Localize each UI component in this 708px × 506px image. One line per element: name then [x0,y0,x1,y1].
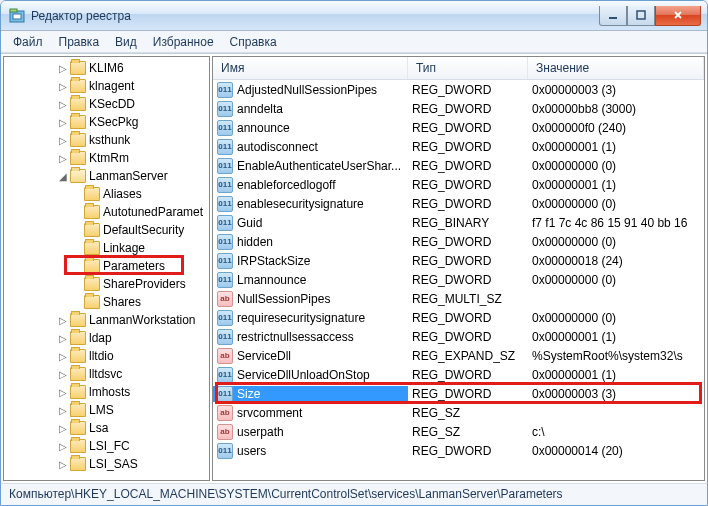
menu-favorites[interactable]: Избранное [145,33,222,51]
tree-pane[interactable]: ▷KLIM6▷klnagent▷KSecDD▷KSecPkg▷ksthunk▷K… [3,56,210,481]
tree-item[interactable]: ▷KLIM6 [4,59,209,77]
value-row[interactable]: abuserpathREG_SZc:\ [213,422,704,441]
expander-icon[interactable]: ▷ [56,153,70,164]
value-row[interactable]: 011SizeREG_DWORD0x00000003 (3) [213,384,704,403]
tree-item[interactable]: ▷KSecPkg [4,113,209,131]
menu-file[interactable]: Файл [5,33,51,51]
expander-icon[interactable]: ▷ [56,99,70,110]
expander-icon[interactable]: ▷ [56,63,70,74]
expander-icon[interactable]: ▷ [56,405,70,416]
col-header-name[interactable]: Имя [213,57,408,79]
value-row[interactable]: 011announceREG_DWORD0x000000f0 (240) [213,118,704,137]
folder-icon [70,169,86,183]
value-row[interactable]: 011EnableAuthenticateUserShar...REG_DWOR… [213,156,704,175]
expander-icon[interactable]: ▷ [56,387,70,398]
expander-icon[interactable]: ▷ [56,315,70,326]
tree-label: lltdio [89,349,114,363]
binary-value-icon: 011 [217,253,233,269]
folder-icon [70,133,86,147]
tree-item[interactable]: ◢LanmanServer [4,167,209,185]
value-name: ServiceDll [237,349,291,363]
value-data: 0x00000001 (1) [528,178,704,192]
expander-icon[interactable]: ▷ [56,333,70,344]
tree-item[interactable]: ▷LanmanWorkstation [4,311,209,329]
window-buttons [599,6,701,26]
value-type: REG_DWORD [408,273,528,287]
svg-rect-3 [609,17,617,19]
tree-label: LanmanServer [89,169,168,183]
tree-item[interactable]: ▷klnagent [4,77,209,95]
tree-label: Parameters [103,259,165,273]
tree-item[interactable]: ▷KtmRm [4,149,209,167]
tree-item[interactable]: ▷LSI_FC [4,437,209,455]
expander-icon[interactable]: ▷ [56,423,70,434]
tree-label: ShareProviders [103,277,186,291]
value-row[interactable]: 011anndeltaREG_DWORD0x00000bb8 (3000) [213,99,704,118]
folder-icon [84,223,100,237]
value-row[interactable]: 011AdjustedNullSessionPipesREG_DWORD0x00… [213,80,704,99]
value-row[interactable]: 011hiddenREG_DWORD0x00000000 (0) [213,232,704,251]
tree-label: KSecPkg [89,115,138,129]
folder-icon [70,115,86,129]
value-row[interactable]: 011requiresecuritysignatureREG_DWORD0x00… [213,308,704,327]
value-name: NullSessionPipes [237,292,330,306]
value-row[interactable]: 011restrictnullsessaccessREG_DWORD0x0000… [213,327,704,346]
minimize-button[interactable] [599,6,627,26]
folder-icon [70,331,86,345]
col-header-type[interactable]: Тип [408,57,528,79]
tree-item[interactable]: DefaultSecurity [4,221,209,239]
tree-item[interactable]: Aliases [4,185,209,203]
tree-item[interactable]: ▷LMS [4,401,209,419]
expander-icon[interactable]: ◢ [56,171,70,182]
value-name: AdjustedNullSessionPipes [237,83,377,97]
string-value-icon: ab [217,405,233,421]
expander-icon[interactable]: ▷ [56,459,70,470]
expander-icon[interactable]: ▷ [56,117,70,128]
value-row[interactable]: abNullSessionPipesREG_MULTI_SZ [213,289,704,308]
tree-item[interactable]: ▷ksthunk [4,131,209,149]
tree-item[interactable]: Shares [4,293,209,311]
binary-value-icon: 011 [217,443,233,459]
value-row[interactable]: 011usersREG_DWORD0x00000014 (20) [213,441,704,460]
tree-item[interactable]: ▷Lsa [4,419,209,437]
expander-icon[interactable]: ▷ [56,369,70,380]
tree-item[interactable]: AutotunedParamet [4,203,209,221]
binary-value-icon: 011 [217,177,233,193]
binary-value-icon: 011 [217,367,233,383]
tree-item[interactable]: ▷ldap [4,329,209,347]
tree-item[interactable]: Parameters [4,257,209,275]
tree-item[interactable]: ▷lltdsvc [4,365,209,383]
expander-icon[interactable]: ▷ [56,81,70,92]
value-row[interactable]: 011ServiceDllUnloadOnStopREG_DWORD0x0000… [213,365,704,384]
menu-help[interactable]: Справка [222,33,285,51]
menu-edit[interactable]: Правка [51,33,108,51]
maximize-button[interactable] [627,6,655,26]
value-row[interactable]: abServiceDllREG_EXPAND_SZ%SystemRoot%\sy… [213,346,704,365]
expander-icon[interactable]: ▷ [56,135,70,146]
value-row[interactable]: 011LmannounceREG_DWORD0x00000000 (0) [213,270,704,289]
tree-item[interactable]: ▷lmhosts [4,383,209,401]
tree-item[interactable]: ShareProviders [4,275,209,293]
value-row[interactable]: 011IRPStackSizeREG_DWORD0x00000018 (24) [213,251,704,270]
value-row[interactable]: 011autodisconnectREG_DWORD0x00000001 (1) [213,137,704,156]
tree-item[interactable]: ▷lltdio [4,347,209,365]
value-name: userpath [237,425,284,439]
titlebar[interactable]: Редактор реестра [1,1,707,31]
tree-item[interactable]: ▷LSI_SAS [4,455,209,473]
menu-view[interactable]: Вид [107,33,145,51]
folder-icon [70,457,86,471]
list-body[interactable]: 011AdjustedNullSessionPipesREG_DWORD0x00… [213,80,704,480]
value-row[interactable]: absrvcommentREG_SZ [213,403,704,422]
tree-item[interactable]: Linkage [4,239,209,257]
value-row[interactable]: 011enablesecuritysignatureREG_DWORD0x000… [213,194,704,213]
expander-icon[interactable]: ▷ [56,351,70,362]
minimize-icon [608,10,618,20]
expander-icon[interactable]: ▷ [56,441,70,452]
value-name: autodisconnect [237,140,318,154]
close-button[interactable] [655,6,701,26]
col-header-data[interactable]: Значение [528,57,704,79]
value-row[interactable]: 011GuidREG_BINARYf7 f1 7c 4c 86 15 91 40… [213,213,704,232]
value-row[interactable]: 011enableforcedlogoffREG_DWORD0x00000001… [213,175,704,194]
tree-item[interactable]: ▷KSecDD [4,95,209,113]
value-name: hidden [237,235,273,249]
